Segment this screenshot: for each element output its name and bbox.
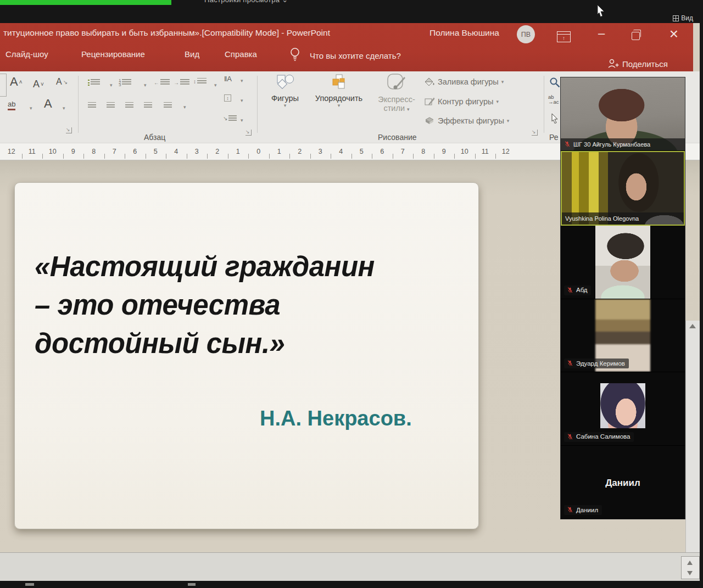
chevron-down-icon[interactable]: ▾ xyxy=(30,105,32,111)
chevron-down-icon[interactable]: ▾ xyxy=(183,104,186,110)
add-person-icon xyxy=(607,58,619,69)
replace-button[interactable]: ab→ac xyxy=(548,94,559,104)
search-icon xyxy=(549,77,561,88)
align-text-button[interactable]: ↕ xyxy=(224,94,231,102)
clear-formatting-button[interactable]: A↘ xyxy=(56,76,68,88)
spin-up-icon[interactable] xyxy=(687,561,693,565)
muted-mic-icon xyxy=(567,506,573,513)
slide-quote-text: «Настоящий гражданин – это отечества дос… xyxy=(35,248,375,363)
participant-name-bar: Даниил xyxy=(564,505,602,515)
status-strip xyxy=(0,552,703,581)
vertical-scrollbar[interactable] xyxy=(685,321,700,588)
ruler-number: 12 xyxy=(1,148,22,155)
quick-styles-button[interactable]: Экспресс- стили ▾ xyxy=(371,72,422,113)
justify-button[interactable] xyxy=(144,102,152,108)
share-button[interactable]: Поделиться xyxy=(607,58,668,69)
participant-display-name: Даниил xyxy=(561,478,685,489)
zoom-view-label: Вид xyxy=(681,14,693,22)
chevron-down-icon[interactable]: ▾ xyxy=(214,82,217,88)
ruler-number: 9 xyxy=(434,148,455,155)
ruler-number: 5 xyxy=(352,148,372,155)
ruler-number: 1 xyxy=(228,148,249,155)
paragraph-group-label: Абзац xyxy=(144,133,165,142)
muted-mic-icon xyxy=(567,360,573,367)
text-direction-button[interactable]: ‖A xyxy=(224,75,232,83)
increase-indent-button[interactable]: → xyxy=(174,79,189,86)
editing-group-label: Ре xyxy=(549,133,559,142)
muted-mic-icon xyxy=(564,141,571,148)
spin-down-icon[interactable] xyxy=(687,571,693,575)
ruler-number: 4 xyxy=(331,148,352,155)
align-right-button[interactable] xyxy=(125,102,133,108)
ribbon-display-options-button[interactable]: ↑ xyxy=(557,31,571,42)
chevron-down-icon[interactable]: ▾ xyxy=(241,98,243,103)
participant-name-bar: Абд xyxy=(564,285,591,295)
participant-name: Эдуард Керимов xyxy=(576,360,625,367)
lightbulb-icon xyxy=(289,47,300,63)
participant-tile[interactable]: ШГ 30 Айгуль Курманбаева xyxy=(561,77,685,151)
align-center-button[interactable] xyxy=(107,102,115,108)
participant-tile-active-speaker[interactable]: Vyushkina Polina Olegovna xyxy=(561,151,685,226)
quote-line: – это отечества xyxy=(35,286,375,324)
drawing-dialog-launcher[interactable]: ↘ xyxy=(532,130,538,136)
chevron-down-icon: ⌄ xyxy=(282,0,288,4)
participant-name-bar: Vyushkina Polina Olegovna xyxy=(562,212,684,225)
numbering-button[interactable]: 123 xyxy=(119,79,131,86)
ruler-number: 2 xyxy=(289,148,310,155)
chevron-down-icon[interactable]: ▾ xyxy=(144,82,147,88)
ruler-track: 1211109876543210123456789101112 xyxy=(1,143,516,160)
mouse-cursor-icon xyxy=(596,4,606,20)
align-left-button[interactable] xyxy=(88,102,96,108)
close-button[interactable]: × xyxy=(666,25,682,43)
participant-name-bar: Эдуард Керимов xyxy=(564,359,629,368)
shape-effects-button[interactable]: Эффекты фигуры▾ xyxy=(424,116,509,125)
line-spacing-button[interactable]: ↕ xyxy=(193,78,207,85)
ruler-number: 3 xyxy=(187,148,208,155)
participant-tile[interactable]: Эдуард Керимов xyxy=(561,299,685,373)
participant-tile[interactable]: Даниил Даниил xyxy=(561,446,685,519)
chevron-down-icon: ▾ xyxy=(501,79,504,85)
slide[interactable]: «Настоящий гражданин – это отечества дос… xyxy=(14,182,479,529)
restore-button[interactable] xyxy=(632,32,640,40)
shape-outline-button[interactable]: Контур фигуры▾ xyxy=(424,97,499,107)
shapes-button[interactable]: Фигуры ▾ xyxy=(266,74,304,108)
tell-me-box[interactable]: Что вы хотите сделать? xyxy=(310,51,401,60)
columns-button[interactable] xyxy=(164,102,172,108)
strikethrough-button[interactable]: ab xyxy=(8,100,15,110)
ruler-number: 8 xyxy=(83,148,104,155)
tab-help[interactable]: Справка xyxy=(225,49,257,59)
chevron-down-icon[interactable]: ▾ xyxy=(63,105,65,111)
scroll-spin-control[interactable] xyxy=(681,556,700,579)
account-user-name[interactable]: Полина Вьюшина xyxy=(429,28,499,38)
ruler-number: 1 xyxy=(269,148,290,155)
shape-fill-button[interactable]: Заливка фигуры▾ xyxy=(424,77,504,87)
arrange-button[interactable]: Упорядочить ▾ xyxy=(309,74,369,108)
zoom-gallery-view-button[interactable]: Вид xyxy=(673,14,693,22)
scroll-up-arrow-icon[interactable] xyxy=(689,324,696,328)
font-dialog-launcher[interactable]: ↘ xyxy=(66,127,72,133)
tab-slideshow[interactable]: Слайд-шоу xyxy=(5,49,48,59)
tab-view[interactable]: Вид xyxy=(185,49,199,59)
chevron-down-icon[interactable]: ▾ xyxy=(110,82,113,88)
search-button[interactable] xyxy=(549,77,561,88)
paragraph-dialog-launcher[interactable]: ↘ xyxy=(246,130,252,136)
convert-smartart-button[interactable]: ↘ xyxy=(223,115,237,121)
select-button[interactable] xyxy=(550,113,559,124)
avatar[interactable]: ПВ xyxy=(517,25,535,43)
participant-tile[interactable]: Сабина Салимова xyxy=(561,372,685,446)
minimize-button[interactable]: – xyxy=(594,26,609,41)
shrink-font-button[interactable]: A˅ xyxy=(33,78,44,90)
grow-font-button[interactable]: A˄ xyxy=(10,76,23,88)
chevron-down-icon[interactable]: ▾ xyxy=(241,117,243,123)
decrease-indent-button[interactable]: ← xyxy=(154,79,170,86)
chevron-down-icon[interactable]: ▾ xyxy=(241,78,243,83)
taskbar-mark xyxy=(25,583,34,586)
bullets-button[interactable] xyxy=(88,79,100,86)
participant-tile[interactable]: Абд xyxy=(561,226,685,299)
view-options-menu[interactable]: Настройки просмотра ⌄ xyxy=(204,0,288,4)
tab-review[interactable]: Рецензирование xyxy=(81,49,145,59)
chevron-down-icon: ▾ xyxy=(309,103,369,108)
font-color-button[interactable]: A xyxy=(44,98,52,110)
group-divider xyxy=(78,76,79,133)
ruler-number: 10 xyxy=(42,148,63,155)
